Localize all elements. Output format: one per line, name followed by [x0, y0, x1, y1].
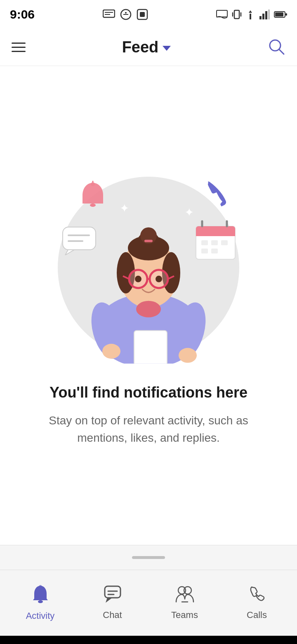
- svg-line-22: [279, 50, 284, 54]
- network-icon: [259, 9, 270, 19]
- system-nav-bar: ‹: [0, 636, 297, 644]
- notification-title: You'll find notifications here: [50, 383, 248, 402]
- svg-rect-20: [285, 13, 287, 16]
- svg-rect-7: [140, 12, 145, 17]
- teams-nav-label: Teams: [171, 610, 198, 620]
- bottom-nav: Activity Chat Teams: [0, 570, 297, 636]
- chat-icon: [104, 585, 121, 606]
- svg-rect-15: [262, 14, 264, 19]
- svg-rect-14: [259, 16, 262, 19]
- page-title: Feed: [122, 38, 159, 56]
- svg-point-69: [184, 587, 191, 594]
- svg-rect-59: [134, 330, 167, 363]
- svg-point-53: [135, 275, 141, 282]
- battery-icon: [274, 10, 287, 19]
- svg-point-58: [179, 348, 197, 362]
- svg-rect-17: [268, 9, 270, 19]
- svg-point-54: [156, 275, 162, 282]
- square-status-icon: [137, 9, 148, 20]
- svg-rect-9: [234, 10, 239, 19]
- chevron-down-icon: [163, 46, 171, 51]
- status-time: 9:06: [10, 7, 35, 21]
- search-button[interactable]: [267, 38, 285, 57]
- cast-icon: [216, 10, 228, 19]
- msg-status-icon: [103, 9, 115, 19]
- svg-rect-61: [144, 239, 153, 242]
- svg-marker-65: [106, 598, 112, 603]
- calls-icon: [248, 585, 266, 606]
- svg-rect-19: [275, 12, 283, 17]
- menu-button[interactable]: [12, 43, 26, 52]
- illustration-container: ✦ ✦: [54, 173, 243, 362]
- drawer-handle-area[interactable]: [0, 545, 297, 570]
- bell-icon: [32, 585, 49, 607]
- svg-point-63: [39, 585, 42, 587]
- svg-point-5: [125, 12, 127, 14]
- svg-rect-13: [250, 14, 251, 19]
- calls-nav-label: Calls: [247, 610, 267, 620]
- status-bar: 9:06: [0, 0, 297, 29]
- svg-rect-16: [265, 11, 267, 19]
- vibrate-icon: [232, 9, 242, 20]
- status-left-icons: [103, 9, 148, 20]
- activity-nav-label: Activity: [26, 611, 55, 621]
- svg-rect-0: [103, 10, 115, 17]
- svg-marker-12: [249, 10, 252, 13]
- app-header: Feed: [0, 29, 297, 66]
- svg-point-57: [102, 343, 120, 358]
- search-icon: [267, 51, 285, 57]
- svg-rect-64: [105, 586, 120, 598]
- remote-status-icon: [120, 9, 132, 20]
- nav-item-teams[interactable]: Teams: [148, 585, 221, 620]
- chat-nav-label: Chat: [103, 610, 122, 620]
- notification-subtitle: Stay on top of relevant activity, such a…: [41, 412, 256, 447]
- main-content: ✦ ✦: [0, 66, 297, 545]
- feed-title-area[interactable]: Feed: [122, 38, 171, 56]
- nav-item-chat[interactable]: Chat: [76, 585, 148, 620]
- teams-icon: [175, 585, 194, 606]
- hamburger-line-2: [12, 47, 26, 48]
- svg-rect-8: [217, 10, 227, 17]
- svg-rect-62: [38, 600, 43, 603]
- character-illustration: [70, 198, 227, 355]
- nav-item-calls[interactable]: Calls: [221, 585, 293, 620]
- drawer-handle: [132, 556, 165, 559]
- hamburger-line-1: [12, 43, 26, 44]
- status-right-icons: [216, 9, 287, 20]
- svg-point-60: [136, 301, 161, 317]
- signal-boost-icon: [246, 9, 255, 19]
- hamburger-line-3: [12, 51, 26, 52]
- nav-item-activity[interactable]: Activity: [4, 585, 76, 621]
